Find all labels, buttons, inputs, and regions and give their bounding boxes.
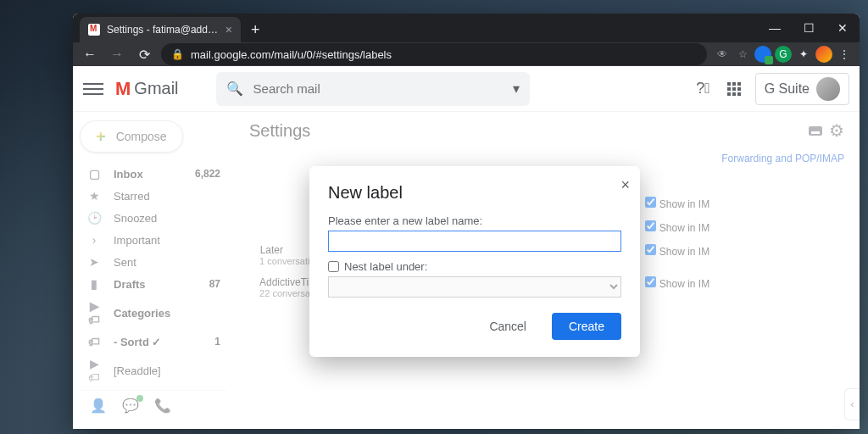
- sidebar-item-icon: ★: [86, 189, 102, 203]
- sidebar-item[interactable]: ★Starred: [80, 185, 227, 207]
- search-bar[interactable]: 🔍 ▾: [216, 72, 530, 106]
- gmail-logo[interactable]: M Gmail: [115, 78, 179, 100]
- grammarly-icon[interactable]: G: [775, 46, 792, 63]
- show-checkbox[interactable]: [645, 276, 656, 287]
- show-cell: Show in IM: [640, 239, 844, 271]
- hangouts-bar: 👤 💬 📞: [80, 390, 227, 420]
- sidebar-item-label: - Sortd ✓: [114, 336, 162, 348]
- close-window-button[interactable]: ✕: [826, 14, 860, 42]
- sidebar-item-label: Inbox: [114, 168, 143, 181]
- sidebar-item[interactable]: ▶ 🏷Categories: [80, 295, 227, 331]
- sidebar-item[interactable]: 🕑Snoozed: [80, 207, 227, 229]
- sidebar-item-icon: ›: [86, 233, 102, 247]
- maximize-button[interactable]: ☐: [792, 14, 826, 42]
- forward-button[interactable]: →: [107, 44, 127, 64]
- nest-parent-select[interactable]: [328, 276, 621, 298]
- tab-forwarding[interactable]: Forwarding and POP/IMAP: [721, 153, 844, 164]
- sidebar-item-icon: ▢: [86, 167, 102, 181]
- gmail-brand-text: Gmail: [134, 79, 178, 98]
- sidebar: + Compose ▢Inbox6,822★Starred🕑Snoozed›Im…: [73, 112, 234, 429]
- sidebar-item[interactable]: ▶ 🏷[Readdle]: [80, 353, 227, 388]
- sidebar-item[interactable]: 🏷- Sortd ✓1: [80, 331, 227, 353]
- gsuite-label: G Suite: [765, 81, 810, 97]
- show-checkbox[interactable]: [645, 244, 656, 255]
- window-controls: — ☐ ✕: [758, 14, 860, 42]
- minimize-button[interactable]: —: [758, 14, 792, 42]
- extension-blue-icon[interactable]: [754, 46, 771, 63]
- sidebar-item-icon: ▮: [86, 277, 102, 291]
- new-label-dialog: × New label Please enter a new label nam…: [309, 166, 640, 357]
- sidebar-item-label: Starred: [114, 190, 150, 203]
- sidebar-item-label: [Readdle]: [114, 364, 161, 377]
- account-avatar[interactable]: [816, 77, 840, 101]
- sidebar-item[interactable]: ›Important: [80, 229, 227, 251]
- show-cell: Show in IM: [640, 271, 844, 305]
- nest-checkbox[interactable]: [328, 261, 339, 272]
- show-checkbox[interactable]: [645, 220, 656, 231]
- compose-label: Compose: [116, 130, 167, 143]
- hangouts-chat-icon[interactable]: 💬: [122, 398, 139, 414]
- sidebar-item-label: Drafts: [114, 278, 146, 291]
- extension-icons: 👁 ☆ G ✦ ⋮: [714, 46, 853, 63]
- contacts-icon[interactable]: 👤: [90, 398, 107, 414]
- label-name-input[interactable]: [328, 231, 621, 252]
- sidebar-item-icon: ▶ 🏷: [86, 357, 102, 384]
- main-menu-icon[interactable]: [83, 83, 103, 95]
- gmail-favicon: [88, 24, 100, 36]
- show-cell: Show in IM: [640, 192, 844, 215]
- extensions-icon[interactable]: ✦: [795, 46, 812, 63]
- settings-heading: Settings: [249, 121, 310, 141]
- sidebar-item-label: Sent: [114, 256, 136, 269]
- support-icon[interactable]: ?⃝: [694, 80, 713, 98]
- profile-avatar-icon[interactable]: [815, 46, 832, 63]
- label-name-prompt: Please enter a new label name:: [328, 214, 621, 227]
- sidebar-item[interactable]: ▮Drafts87: [80, 273, 227, 295]
- show-checkbox[interactable]: [645, 197, 656, 208]
- sidebar-item[interactable]: ➤Sent: [80, 251, 227, 273]
- sidebar-item-count: 1: [214, 336, 220, 348]
- tab-title: Settings - fatima@addictivetips.c: [107, 24, 219, 36]
- browser-tab[interactable]: Settings - fatima@addictivetips.c ×: [80, 17, 241, 42]
- back-button[interactable]: ←: [80, 44, 100, 64]
- sidebar-item-label: Important: [114, 234, 160, 247]
- side-panel-toggle[interactable]: ‹: [844, 388, 860, 420]
- phone-icon[interactable]: 📞: [154, 398, 171, 414]
- browser-window: Settings - fatima@addictivetips.c × + — …: [73, 14, 860, 429]
- url-text: mail.google.com/mail/u/0/#settings/label…: [191, 48, 392, 61]
- nest-label-text: Nest label under:: [344, 260, 427, 273]
- apps-icon[interactable]: [725, 80, 743, 98]
- address-bar-row: ← → ⟳ 🔒 mail.google.com/mail/u/0/#settin…: [73, 42, 860, 66]
- plus-icon: +: [96, 128, 106, 145]
- compose-button[interactable]: + Compose: [80, 120, 183, 153]
- sidebar-item-icon: 🏷: [86, 335, 102, 348]
- sidebar-item-icon: ▶ 🏷: [86, 299, 102, 326]
- sidebar-item-count: 6,822: [195, 168, 220, 180]
- search-icon: 🔍: [226, 81, 243, 97]
- bookmark-star-icon[interactable]: ☆: [734, 46, 751, 63]
- gmail-app: M Gmail 🔍 ▾ ?⃝ G Suite + Co: [73, 66, 860, 429]
- eye-icon[interactable]: 👁: [714, 46, 731, 63]
- chrome-menu-icon[interactable]: ⋮: [836, 46, 853, 63]
- sidebar-item-label: Categories: [114, 307, 170, 320]
- cancel-button[interactable]: Cancel: [472, 313, 543, 340]
- sidebar-item-label: Snoozed: [114, 212, 157, 225]
- gsuite-badge[interactable]: G Suite: [755, 73, 849, 105]
- search-input[interactable]: [253, 81, 503, 96]
- close-tab-icon[interactable]: ×: [225, 23, 232, 36]
- show-cell: Show in IM: [640, 215, 844, 239]
- reload-button[interactable]: ⟳: [134, 44, 154, 64]
- url-bar[interactable]: 🔒 mail.google.com/mail/u/0/#settings/lab…: [161, 43, 707, 65]
- gmail-header: M Gmail 🔍 ▾ ?⃝ G Suite: [73, 66, 860, 112]
- sidebar-item[interactable]: ▢Inbox6,822: [80, 163, 227, 185]
- new-tab-button[interactable]: +: [241, 17, 270, 42]
- settings-gear-icon[interactable]: ⚙: [829, 120, 844, 141]
- sidebar-item-icon: ➤: [86, 255, 102, 269]
- density-icon[interactable]: ▬: [809, 126, 822, 136]
- close-dialog-icon[interactable]: ×: [620, 176, 630, 194]
- tab-bar: Settings - fatima@addictivetips.c × + — …: [73, 14, 860, 42]
- sidebar-item-icon: 🕑: [86, 211, 102, 225]
- sidebar-item-count: 87: [209, 278, 220, 290]
- create-button[interactable]: Create: [552, 313, 621, 340]
- lock-icon: 🔒: [171, 48, 184, 60]
- search-dropdown-icon[interactable]: ▾: [513, 81, 520, 97]
